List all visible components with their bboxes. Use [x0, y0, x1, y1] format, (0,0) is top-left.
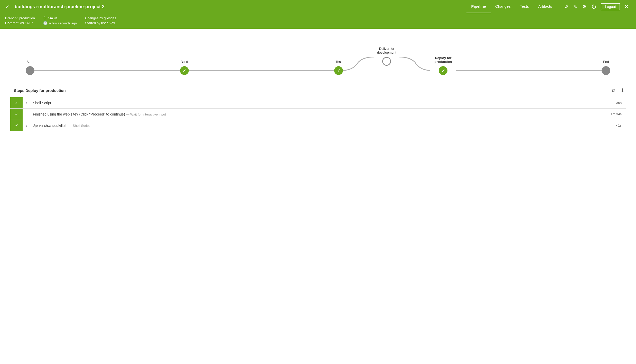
step-row-2: ✓ › Finished using the web site? (Click … — [10, 108, 626, 120]
download-button[interactable]: ⬇ — [619, 86, 626, 94]
step3-name-text: ./jenkins/scripts/kill.sh — [33, 123, 68, 128]
branch-row: Branch: production — [5, 16, 35, 20]
step3-status: ✓ — [10, 120, 23, 131]
step2-status: ✓ — [10, 109, 23, 120]
commit-value: d973207 — [20, 21, 33, 25]
step1-check-icon: ✓ — [15, 100, 18, 105]
close-button[interactable]: ✕ — [622, 2, 631, 11]
deploy-check-icon: ✓ — [442, 68, 445, 73]
stage-test-circle: ✓ — [334, 66, 343, 75]
step1-time: 36s — [612, 98, 626, 108]
app-container: ✓ building-a-multibranch-pipeline-projec… — [0, 0, 636, 141]
step2-name: Finished using the web site? (Click "Pro… — [31, 109, 606, 119]
status-check-icon: ✓ — [5, 4, 10, 10]
duration-value: 5m 9s — [48, 16, 57, 20]
reload-button[interactable]: ↺ — [563, 2, 570, 11]
time-col: ⏱ 5m 9s 🕐 a few seconds ago — [43, 16, 77, 25]
step2-time: 1m 34s — [606, 109, 626, 119]
stage-end[interactable]: End — [602, 60, 610, 75]
duration-row: ⏱ 5m 9s — [43, 16, 77, 20]
nav-artifacts[interactable]: Artifacts — [534, 0, 557, 13]
step1-expand[interactable]: › — [23, 101, 31, 105]
step3-expand[interactable]: › — [23, 123, 31, 128]
stage-test-label: Test — [335, 60, 342, 64]
steps-section: Steps Deploy for production ⧉ ⬇ ✓ › Shel… — [0, 83, 636, 141]
step2-name-text: Finished using the web site? (Click "Pro… — [33, 112, 125, 116]
time-ago-value: a few seconds ago — [49, 21, 77, 25]
step2-chevron-icon: › — [26, 112, 27, 116]
nav-changes[interactable]: Changes — [491, 0, 515, 13]
commit-row: Commit: d973207 — [5, 21, 35, 25]
step2-expand[interactable]: › — [23, 112, 31, 116]
info-col: Changes by gilesgas Started by user Alex — [85, 16, 116, 25]
step2-sub-text: — Wait for interactive input — [126, 112, 166, 116]
stage-deploy-label: Deploy for production — [430, 56, 456, 64]
stage-test[interactable]: Test ✓ — [334, 60, 343, 75]
changes-by-row: Changes by gilesgas — [85, 16, 116, 20]
stage-end-label: End — [603, 60, 609, 64]
branch-value: production — [19, 16, 35, 20]
started-by-row: Started by user Alex — [85, 21, 116, 25]
pipeline-curve-svg — [343, 57, 374, 75]
test-check-icon: ✓ — [337, 68, 340, 73]
stage-deploy-circle: ✓ — [439, 66, 447, 75]
step2-check-icon: ✓ — [15, 112, 18, 117]
steps-header: Steps Deploy for production ⧉ ⬇ — [10, 83, 626, 97]
time-ago-row: 🕐 a few seconds ago — [43, 21, 77, 25]
branch-label: Branch: — [5, 16, 18, 20]
settings-button[interactable]: ⚙ — [581, 2, 588, 11]
curve-section-2 — [399, 57, 430, 75]
stage-build[interactable]: Build ✓ — [180, 60, 189, 75]
line-start-build — [34, 70, 180, 71]
stage-deliver[interactable]: Deliver for development — [374, 47, 399, 66]
steps-title: Steps Deploy for production — [14, 88, 66, 93]
signout-button[interactable]: ⏻ — [590, 3, 598, 11]
step3-check-icon: ✓ — [15, 123, 18, 128]
nav-tests[interactable]: Tests — [515, 0, 534, 13]
stage-end-circle — [602, 66, 610, 75]
pipeline-area: Start Build ✓ Test ✓ — [0, 29, 636, 83]
steps-actions: ⧉ ⬇ — [611, 86, 626, 94]
edit-button[interactable]: ✎ — [572, 2, 579, 11]
main-nav: Pipeline Changes Tests Artifacts — [466, 0, 557, 13]
stage-start-label: Start — [26, 60, 33, 64]
stage-deliver-circle — [382, 57, 391, 66]
nav-pipeline[interactable]: Pipeline — [466, 0, 491, 13]
step1-name: Shell Script — [31, 98, 612, 108]
step-row-1: ✓ › Shell Script 36s — [10, 97, 626, 108]
page-title: building-a-multibranch-pipeline-project … — [15, 4, 105, 9]
open-external-button[interactable]: ⧉ — [611, 87, 616, 94]
pipeline-diagram: Start Build ✓ Test ✓ — [15, 39, 621, 78]
changes-by-value: Changes by gilesgas — [85, 16, 116, 20]
build-check-icon: ✓ — [183, 68, 186, 73]
line-build-test — [189, 70, 334, 71]
stage-build-label: Build — [181, 60, 188, 64]
step3-chevron-icon: › — [26, 123, 27, 128]
line-deploy-end — [456, 70, 602, 71]
clock-icon: 🕐 — [43, 21, 48, 25]
commit-label: Commit: — [5, 21, 19, 25]
step1-chevron-icon: › — [26, 101, 27, 105]
step1-name-text: Shell Script — [33, 101, 51, 105]
started-by-value: Started by user Alex — [85, 21, 115, 25]
step3-time: <1s — [612, 120, 626, 130]
duration-icon: ⏱ — [43, 16, 47, 20]
header-top: ✓ building-a-multibranch-pipeline-projec… — [5, 0, 631, 13]
step3-name: ./jenkins/scripts/kill.sh — Shell Script — [31, 120, 612, 131]
stage-deploy[interactable]: Deploy for production ✓ — [430, 56, 456, 75]
header-icons: ↺ ✎ ⚙ ⏻ Logout ✕ — [563, 2, 631, 11]
stage-deliver-label: Deliver for development — [374, 47, 399, 54]
branch-commit-col: Branch: production Commit: d973207 — [5, 16, 35, 25]
step3-sub-text: — Shell Script — [68, 124, 89, 128]
stage-start[interactable]: Start — [26, 60, 34, 75]
step1-status: ✓ — [10, 97, 23, 108]
stage-start-circle — [26, 66, 34, 75]
header: ✓ building-a-multibranch-pipeline-projec… — [0, 0, 636, 29]
curve-section — [343, 57, 374, 75]
stage-build-circle: ✓ — [180, 66, 189, 75]
logout-button[interactable]: Logout — [601, 3, 620, 10]
step-row-3: ✓ › ./jenkins/scripts/kill.sh — Shell Sc… — [10, 120, 626, 131]
header-meta: Branch: production Commit: d973207 ⏱ 5m … — [5, 13, 631, 29]
pipeline-curve-svg-2 — [399, 57, 430, 75]
